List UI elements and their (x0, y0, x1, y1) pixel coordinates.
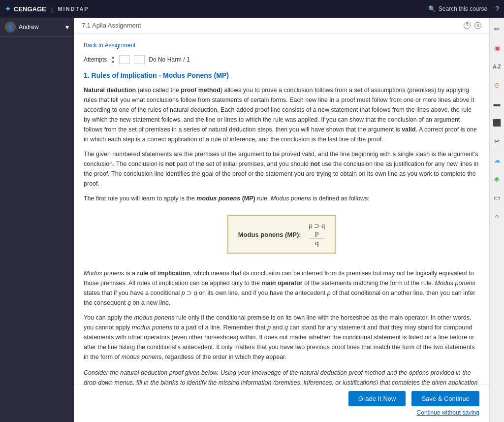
main-wrapper: 7.1 Aplia Assignment ? × Back to Assignm… (74, 18, 489, 422)
grade-it-now-button[interactable]: Grade It Now (348, 391, 406, 406)
modus-formula: p ⊃ q p q (309, 222, 325, 247)
question-title: 1. Rules of Implication - Modus Ponens (… (84, 71, 479, 79)
help-icon[interactable]: ? (495, 5, 499, 13)
save-continue-button[interactable]: Save & Continue (411, 391, 479, 406)
search-label[interactable]: Search this course (439, 5, 487, 12)
pencil-icon[interactable]: ✏ (491, 23, 504, 35)
user-name: Andrew (19, 24, 39, 31)
bookmark-icon[interactable]: ⬛ (491, 116, 504, 129)
attempts-label: Attempts (84, 56, 107, 63)
top-nav: ✦ CENGAGE | MINDTAP 🔍 Search this course… (0, 0, 504, 18)
header-help-icon[interactable]: ? (464, 22, 471, 29)
modus-line1: p ⊃ q (309, 222, 325, 229)
header-close-icon[interactable]: × (474, 22, 481, 29)
menu-toggle[interactable]: ▾ (65, 23, 69, 31)
search-area: 🔍 Search this course ? (428, 5, 499, 13)
search-icon: 🔍 (428, 5, 436, 12)
content-area: Back to Assignment Attempts ▲ ▼ Do No Ha… (74, 33, 489, 422)
modus-line2: p (309, 229, 325, 238)
attempts-bar: Attempts ▲ ▼ Do No Harm / 1 (84, 55, 479, 65)
paragraph-4: Modus ponens is a rule of implication, w… (84, 268, 479, 308)
bottom-actions-col: Grade It Now Save & Continue Continue wi… (348, 391, 479, 416)
attempt-box-2 (134, 55, 145, 64)
mindtap-label: MINDTAP (58, 6, 89, 12)
left-sidebar: 👤 Andrew ▾ (0, 18, 74, 422)
brand-logo-area: ✦ CENGAGE | MINDTAP (5, 5, 89, 13)
question-title-text: Rules of Implication - Modus Ponens (MP) (92, 71, 229, 79)
tools-icon[interactable]: ✂ (491, 135, 504, 148)
do-no-harm-label: Do No Harm / 1 (149, 56, 189, 63)
user-avatar: 👤 (5, 22, 16, 32)
modus-box: Modus ponens (MP): p ⊃ q p q (227, 215, 336, 254)
paragraph-5: You can apply the modus ponens rule only… (84, 313, 479, 362)
paragraph-3: The first rule you will learn to apply i… (84, 194, 479, 203)
rss-icon[interactable]: ◉ (491, 41, 504, 54)
user-area: 👤 Andrew ▾ (0, 18, 74, 37)
page-header: 7.1 Aplia Assignment ? × (74, 18, 489, 33)
question-number: 1. (84, 71, 90, 79)
modus-box-wrapper: Modus ponens (MP): p ⊃ q p q (84, 208, 479, 260)
cengage-logo-icon: ✦ (5, 5, 11, 13)
paragraph-2: The given numbered statements are the pr… (84, 149, 479, 189)
cloud-icon[interactable]: ☁ (491, 154, 504, 166)
attempt-box-1 (119, 55, 130, 64)
page-title: 7.1 Aplia Assignment (82, 22, 141, 29)
brand-cengage: CENGAGE (14, 5, 46, 13)
attempt-arrows[interactable]: ▲ ▼ (111, 55, 115, 65)
modus-label: Modus ponens (MP): (238, 222, 309, 247)
circle-number-icon[interactable]: ⊙ (491, 79, 504, 92)
continue-without-saving-link[interactable]: Continue without saving (348, 409, 479, 416)
bottom-actions: Grade It Now Save & Continue Continue wi… (74, 385, 489, 422)
brand-separator: | (51, 5, 53, 13)
modus-conclusion: q (309, 238, 325, 247)
bottom-btns-row: Grade It Now Save & Continue (348, 391, 479, 406)
back-to-assignment-link[interactable]: Back to Assignment (84, 42, 135, 49)
az-icon[interactable]: A-Z (491, 60, 504, 73)
google-colors-icon[interactable]: ◈ (491, 172, 504, 185)
paragraph-1: Natural deduction (also called the proof… (84, 85, 479, 144)
right-sidebar: ✏ ◉ A-Z ⊙ ▬ ⬛ ✂ ☁ ◈ ▭ ○ (489, 18, 504, 422)
book-icon[interactable]: ▬ (491, 97, 504, 110)
header-actions: ? × (464, 22, 481, 29)
chat-icon[interactable]: ▭ (491, 191, 504, 204)
ring-icon[interactable]: ○ (491, 210, 504, 223)
